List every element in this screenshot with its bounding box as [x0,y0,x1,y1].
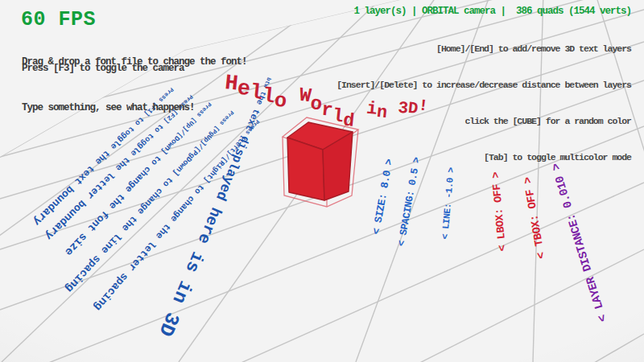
camera-toggle-hint: Press [F3] to toggle the camera [22,63,184,74]
help-right: [Home]/[End] to add/remove 3D text layer… [336,19,631,187]
help-right-line-4: [Tab] to toggle multicolor mode [336,151,631,163]
help-right-line-1: [Home]/[End] to add/remove 3D text layer… [336,43,631,55]
status-bar: 1 layer(s) | ORBITAL camera | 386 quads … [353,6,631,17]
help-left-line-2: Type something, see what happens! [22,101,247,116]
help-right-line-2: [Insert]/[Delete] to increase/decrease d… [336,79,631,91]
help-right-line-3: click the [CUBE] for a random color [336,115,631,127]
help-left: Drag & drop a font file to change the fo… [22,24,247,146]
render-canvas[interactable]: Press [F1] to toggle the text boundary P… [0,0,644,362]
